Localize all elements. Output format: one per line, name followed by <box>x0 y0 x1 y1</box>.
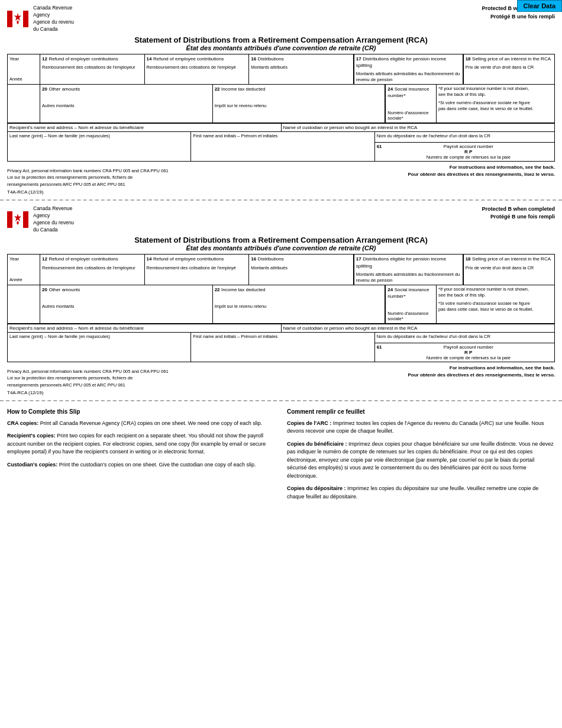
last-name-field-2[interactable]: Last name (print) – Nom de famille (en m… <box>8 333 191 362</box>
custodian-label-2: Name of custodian or person who bought a… <box>282 324 555 332</box>
sin-note-1: *If your social insurance number is not … <box>436 85 554 123</box>
box-22-2: 22 Income tax deducted Impôt sur le reve… <box>213 285 386 323</box>
box-17-2: 17 Distributions eligible for pension in… <box>354 255 463 284</box>
form-section-2: Canada Revenue Agency Agence du revenu d… <box>0 201 562 401</box>
privacy-instructions-2: For instructions and information, see th… <box>408 365 555 379</box>
canadian-flag-icon <box>7 11 28 27</box>
box-18-2: 18 Selling price of an interest in the R… <box>463 255 554 284</box>
sin-area-2: 24 Social insurance number* Numéro d'ass… <box>385 285 554 323</box>
form-header-2: Canada Revenue Agency Agence du revenu d… <box>7 205 555 234</box>
recipient-label-2: Recipient's name and address – Nom et ad… <box>8 324 282 332</box>
custodian-name-input-2[interactable]: Nom du dépositaire ou de l'acheteur d'un… <box>375 333 554 343</box>
form-header-1: Canada Revenue Agency Agence du revenu d… <box>7 5 555 33</box>
custodian-name-input-1[interactable]: Nom du dépositaire ou de l'acheteur d'un… <box>375 132 554 143</box>
svg-rect-4 <box>17 21 19 24</box>
bottom-data-row-2: 20 Other amounts Autres montants 22 Inco… <box>8 285 554 324</box>
right-boxes-2: 17 Distributions eligible for pension in… <box>354 255 554 284</box>
payroll-row-2: 61 Payroll account number R P Numéro de … <box>375 343 554 362</box>
box-20-1: 20 Other amounts Autres montants <box>40 85 213 123</box>
box-20-2: 20 Other amounts Autres montants <box>40 285 213 323</box>
right-boxes-1: 17 Distributions eligible for pension in… <box>354 54 554 84</box>
svg-rect-5 <box>7 211 12 228</box>
form-title-1: Statement of Distributions from a Retire… <box>7 36 555 51</box>
protected-label-2: Protected B when completed Protégé B une… <box>482 205 555 221</box>
box-16-2: 16 Distributions Montants attribués <box>249 255 354 284</box>
sin-area-1: 24 Social insurance number* Numéro d'ass… <box>385 85 554 123</box>
instructions-english: How to Complete this Slip CRA copies: Pr… <box>7 407 275 506</box>
box-24-1: 24 Social insurance number* Numéro d'ass… <box>386 85 436 123</box>
privacy-row-1: Privacy Act, personal information bank n… <box>7 164 555 188</box>
privacy-text-1: Privacy Act, personal information bank n… <box>7 167 408 188</box>
main-data-table-1: Year Année 12 Refund of employer contrib… <box>7 54 555 162</box>
box-22-1: 22 Income tax deducted Impôt sur le reve… <box>213 85 386 123</box>
top-data-row-2: Year Année 12 Refund of employer contrib… <box>8 255 554 285</box>
first-name-field-2[interactable]: First name and initials – Prénom et init… <box>191 333 374 362</box>
box-12-1: 12 Refund of employer contributions Remb… <box>40 54 145 84</box>
svg-rect-9 <box>17 221 19 224</box>
recipient-label-1: Recipient's name and address – Nom et ad… <box>8 124 282 131</box>
first-name-field-1[interactable]: First name and initials – Prénom et init… <box>191 132 374 161</box>
recipient-row-2: Recipient's name and address – Nom et ad… <box>8 324 554 332</box>
custodian-right-1: Nom du dépositaire ou de l'acheteur d'un… <box>375 132 554 161</box>
custodian-label-1: Name of custodian or person who bought a… <box>282 124 555 131</box>
logo-area-2: Canada Revenue Agency Agence du revenu d… <box>7 205 74 234</box>
recipient-row-1: Recipient's name and address – Nom et ad… <box>8 123 554 131</box>
payroll-row-1: 61 Payroll account number R P Numéro de … <box>375 143 554 161</box>
form-number-2: T4A-RCA (12/19) <box>7 390 555 395</box>
svg-rect-2 <box>23 11 28 27</box>
box-18-1: 18 Selling price of an interest in the R… <box>463 54 554 84</box>
clear-data-button[interactable]: Clear Data <box>517 0 562 12</box>
privacy-text-2: Privacy Act, personal information bank n… <box>7 368 408 388</box>
box-12-2: 12 Refund of employer contributions Remb… <box>40 255 145 284</box>
instructions-french: Comment remplir ce feuillet Copies de l'… <box>287 407 555 506</box>
box-17-1: 17 Distributions eligible for pension in… <box>354 54 463 84</box>
main-data-table-2: Year Année 12 Refund of employer contrib… <box>7 254 555 362</box>
form-section-1: Canada Revenue Agency Agence du revenu d… <box>0 0 562 201</box>
agency-name-1: Canada Revenue Agency Agence du revenu d… <box>33 5 74 33</box>
svg-rect-0 <box>7 11 12 27</box>
canadian-flag-icon-2 <box>7 211 28 228</box>
bottom-data-row-1: 20 Other amounts Autres montants 22 Inco… <box>8 85 554 123</box>
privacy-instructions-1: For instructions and information, see th… <box>408 164 555 178</box>
annee-cell-1 <box>8 85 40 123</box>
top-data-row-1: Year Année 12 Refund of employer contrib… <box>8 54 554 85</box>
box-14-1: 14 Refund of employee contributions Remb… <box>145 54 250 84</box>
year-cell-2: Year Année <box>8 255 40 284</box>
agency-name-2: Canada Revenue Agency Agence du revenu d… <box>33 205 74 234</box>
box-16-1: 16 Distributions Montants attribués <box>249 54 354 84</box>
sin-note-2: *If your social insurance number is not … <box>436 285 554 323</box>
last-name-field-1[interactable]: Last name (print) – Nom de famille (en m… <box>8 132 191 161</box>
name-fields-row-1: Last name (print) – Nom de famille (en m… <box>8 131 554 161</box>
box-24-2: 24 Social insurance number* Numéro d'ass… <box>386 285 436 323</box>
box-14-2: 14 Refund of employee contributions Remb… <box>145 255 250 284</box>
svg-rect-7 <box>23 211 28 228</box>
form-number-1: T4A-RCA (12/19) <box>7 189 555 195</box>
form-title-2: Statement of Distributions from a Retire… <box>7 236 555 252</box>
annee-cell-2 <box>8 285 40 323</box>
name-fields-row-2: Last name (print) – Nom de famille (en m… <box>8 332 554 362</box>
year-cell-1: Year Année <box>8 54 40 84</box>
logo-area-1: Canada Revenue Agency Agence du revenu d… <box>7 5 74 33</box>
privacy-row-2: Privacy Act, personal information bank n… <box>7 365 555 388</box>
custodian-right-2: Nom du dépositaire ou de l'acheteur d'un… <box>375 333 554 362</box>
instructions-section: How to Complete this Slip CRA copies: Pr… <box>0 401 562 512</box>
